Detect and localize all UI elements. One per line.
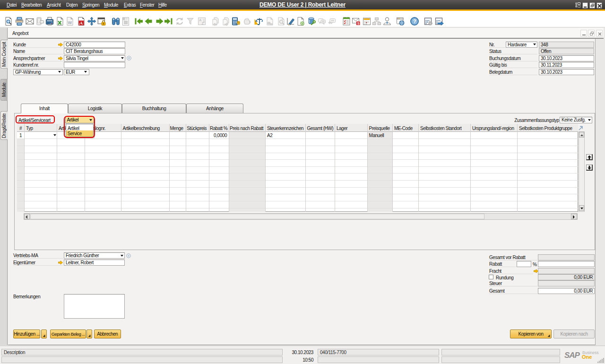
- svg-text:?: ?: [413, 18, 416, 24]
- svg-text:S: S: [357, 22, 360, 25]
- svg-text:W: W: [68, 20, 72, 25]
